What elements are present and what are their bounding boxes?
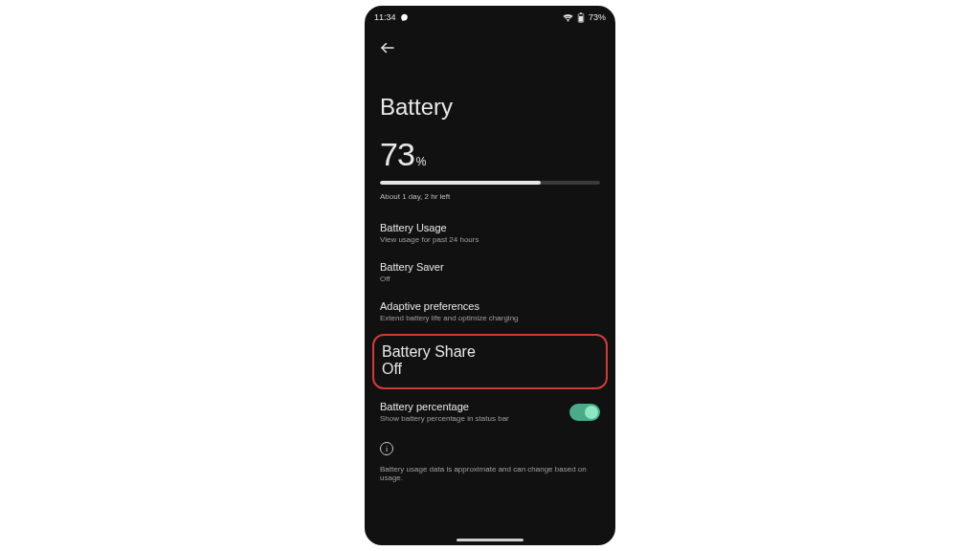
battery-percentage-toggle[interactable] [569, 404, 600, 421]
info-icon: i [380, 442, 393, 455]
item-title: Battery Usage [380, 222, 600, 233]
svg-rect-1 [580, 12, 582, 13]
page-title: Battery [365, 59, 615, 134]
info-row[interactable]: i [365, 432, 615, 455]
status-battery-pct: 73% [589, 12, 606, 22]
item-title: Battery Saver [380, 261, 600, 273]
battery-saver-item[interactable]: Battery Saver Off [365, 253, 615, 293]
item-title: Battery percentage [380, 401, 509, 412]
battery-percent-symbol: % [416, 155, 427, 170]
item-subtitle: Extend battery life and optimize chargin… [380, 314, 600, 322]
svg-rect-2 [579, 15, 583, 21]
battery-icon [577, 12, 585, 23]
footer-note: Battery usage data is approximate and ca… [365, 455, 615, 482]
battery-estimate: About 1 day, 2 hr left [365, 188, 615, 214]
wifi-icon [563, 13, 573, 22]
battery-percent: 73 % [365, 134, 615, 179]
item-subtitle: Show battery percentage in status bar [380, 414, 509, 423]
progress-fill [380, 181, 541, 185]
battery-share-item[interactable]: Battery Share Off [372, 334, 608, 389]
battery-progress [365, 179, 615, 188]
battery-usage-item[interactable]: Battery Usage View usage for past 24 hou… [365, 214, 615, 253]
status-bar: 11:34 73% [365, 6, 615, 29]
item-title: Battery Share [382, 343, 598, 361]
battery-percentage-item[interactable]: Battery percentage Show battery percenta… [365, 393, 615, 432]
item-subtitle: Off [380, 275, 600, 283]
item-title: Adaptive preferences [380, 300, 600, 312]
nav-bar[interactable] [365, 539, 615, 541]
back-button[interactable] [376, 36, 399, 59]
battery-percent-value: 73 [380, 136, 414, 173]
notification-icon [400, 13, 409, 22]
arrow-left-icon [379, 39, 396, 56]
phone-frame: 11:34 73% Battery 73 % About 1 day, 2 [365, 6, 615, 545]
nav-pill [457, 539, 523, 541]
item-subtitle: Off [382, 361, 598, 378]
progress-track [380, 181, 600, 185]
adaptive-preferences-item[interactable]: Adaptive preferences Extend battery life… [365, 293, 615, 332]
status-time: 11:34 [374, 12, 396, 22]
item-subtitle: View usage for past 24 hours [380, 235, 600, 244]
toggle-knob [585, 406, 598, 419]
